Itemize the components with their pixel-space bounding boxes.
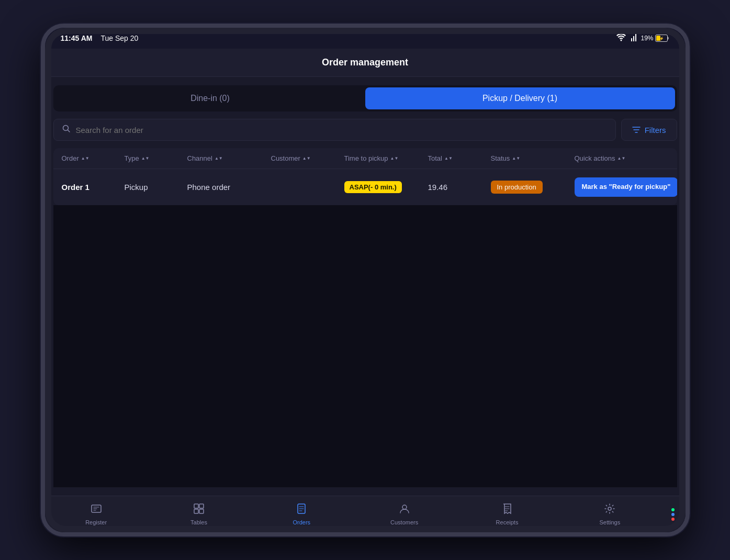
screen-content: Order management Dine-in (0) Pickup / De… [45,49,686,532]
col-type[interactable]: Type ▲▼ [125,154,187,162]
tab-pickup-delivery[interactable]: Pickup / Delivery (1) [365,87,675,109]
filter-label: Filters [645,126,666,135]
register-icon [91,503,102,517]
customers-icon [399,503,410,517]
svg-point-10 [402,505,407,509]
sort-arrows-status: ▲▼ [512,156,520,161]
nav-item-settings[interactable]: Settings [558,500,661,529]
nav-item-customers[interactable]: Customers [353,500,455,529]
nav-item-register[interactable]: Register [45,500,148,529]
sort-arrows-type: ▲▼ [141,156,150,161]
search-row: Filters [53,119,677,141]
device-frame: 11:45 AM Tue Sep 20 19% [41,24,690,536]
dot-red [671,518,675,521]
cell-order-status: In production [491,181,575,194]
nav-dots [661,508,685,521]
sort-arrows-order: ▲▼ [81,156,89,161]
settings-icon [604,503,615,517]
signal-icon [630,34,636,43]
sort-arrows-channel: ▲▼ [215,156,223,161]
wifi-icon [616,34,626,43]
svg-rect-7 [194,509,198,513]
cell-order-time: ASAP(- 0 min.) [344,181,428,193]
col-time-to-pickup[interactable]: Time to pickup ▲▼ [344,154,428,162]
nav-label-orders: Orders [293,519,311,525]
col-total[interactable]: Total ▲▼ [428,154,491,162]
dot-green [671,508,675,511]
top-bar: Order management [45,49,686,77]
orders-table: Order ▲▼ Type ▲▼ Channel ▲▼ Customer ▲▼ [53,148,677,205]
search-box[interactable] [53,119,616,141]
cell-order-name: Order 1 [62,183,125,192]
tab-bar: Dine-in (0) Pickup / Delivery (1) [53,85,677,111]
search-icon [62,125,71,135]
empty-content-area [53,205,677,487]
sort-arrows-customer: ▲▼ [302,156,311,161]
cell-order-channel: Phone order [187,183,271,192]
mark-ready-button[interactable]: Mark as "Ready for pickup" [575,177,677,197]
col-status[interactable]: Status ▲▼ [491,154,575,162]
orders-icon [296,503,307,517]
svg-rect-5 [194,504,198,508]
sort-arrows-actions: ▲▼ [617,156,626,161]
table-row: Order 1 Pickup Phone order ASAP(- 0 min.… [53,169,677,205]
nav-item-orders[interactable]: Orders [250,500,353,529]
cell-order-type: Pickup [125,183,187,192]
page-title: Order management [322,57,408,68]
col-order[interactable]: Order ▲▼ [62,154,125,162]
main-content: Dine-in (0) Pickup / Delivery (1) [45,77,686,496]
svg-text:⚡: ⚡ [659,36,664,41]
col-channel[interactable]: Channel ▲▼ [187,154,271,162]
battery-percent: 19% [641,35,653,42]
svg-rect-8 [199,509,204,513]
nav-label-settings: Settings [599,519,620,525]
sort-arrows-total: ▲▼ [444,156,453,161]
nav-item-receipts[interactable]: Receipts [456,500,558,529]
tab-dine-in[interactable]: Dine-in (0) [55,87,365,109]
col-quick-actions[interactable]: Quick actions ▲▼ [575,154,677,162]
tables-icon [193,503,205,517]
cell-order-action: Mark as "Ready for pickup" [575,177,677,197]
search-input[interactable] [76,126,607,135]
table-header: Order ▲▼ Type ▲▼ Channel ▲▼ Customer ▲▼ [53,148,677,169]
col-customer[interactable]: Customer ▲▼ [271,154,344,162]
svg-rect-6 [199,504,204,508]
dot-blue [671,513,675,516]
status-indicators: 19% ⚡ [616,34,669,43]
nav-label-customers: Customers [390,519,418,525]
asap-badge: ASAP(- 0 min.) [344,181,402,193]
nav-label-register: Register [85,519,107,525]
nav-label-tables: Tables [190,519,207,525]
status-badge: In production [491,181,543,194]
battery-icon: 19% ⚡ [641,35,669,42]
status-time: 11:45 AM [61,34,93,42]
bottom-nav: Register Tables [45,496,686,532]
status-bar: 11:45 AM Tue Sep 20 19% [45,28,686,49]
filter-button[interactable]: Filters [621,119,677,141]
cell-order-total: 19.46 [428,183,491,192]
nav-label-receipts: Receipts [496,519,519,525]
receipts-icon [501,503,513,517]
nav-item-tables[interactable]: Tables [148,500,250,529]
status-date: Tue Sep 20 [100,34,138,42]
svg-point-11 [608,507,611,510]
sort-arrows-time: ▲▼ [390,156,399,161]
